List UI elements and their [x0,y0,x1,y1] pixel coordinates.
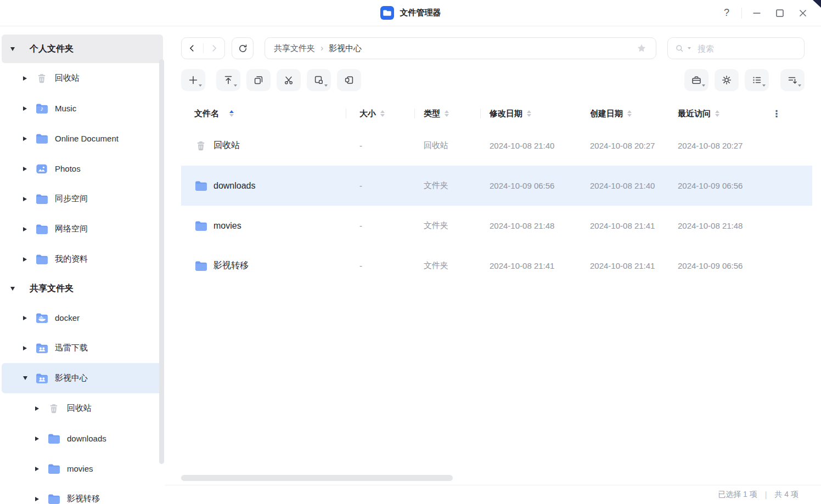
folder-icon [47,463,60,474]
caret-right-icon[interactable] [23,106,27,111]
section-label: 共享文件夹 [30,283,74,295]
maximize-button[interactable] [768,0,791,26]
view-mode-button[interactable] [745,69,769,91]
column-settings-button[interactable]: ⋮ [766,108,788,120]
settings-button[interactable] [715,69,739,91]
sidebar-subitem-video-transfer[interactable]: 影视转移 [0,484,165,504]
table-row-selected[interactable]: downloads - 文件夹 2024-10-09 06:56 2024-10… [181,166,812,206]
help-button[interactable]: ? [715,0,738,26]
sidebar-section-personal[interactable]: 个人文件夹 [2,35,163,63]
file-accessed: 2024-10-09 06:56 [678,181,766,190]
new-item-button[interactable] [181,69,205,91]
sidebar-subitem-movies[interactable]: movies [0,454,165,484]
search-box [667,37,805,59]
folder-docker-icon [35,313,48,324]
minimize-button[interactable] [745,0,768,26]
caret-down-icon[interactable] [10,287,15,291]
breadcrumb-current[interactable]: 影视中心 [329,43,362,54]
column-header-accessed[interactable]: 最近访问 [678,109,766,119]
cut-button[interactable] [277,69,301,91]
sidebar-item-thunder-download[interactable]: 迅雷下载 [0,333,165,363]
file-size: - [346,181,414,190]
compare-icon [344,75,355,86]
caret-right-icon[interactable] [35,406,39,411]
file-accessed: 2024-10-09 06:56 [678,261,766,270]
sidebar-item-label: Photos [55,164,81,173]
sidebar-item-online-document[interactable]: Online Document [0,123,165,154]
caret-right-icon[interactable] [23,227,27,231]
table-row[interactable]: 影视转移 - 文件夹 2024-10-08 21:41 2024-10-08 2… [181,246,812,286]
caret-right-icon[interactable] [23,257,27,262]
sidebar-item-label: 回收站 [55,73,80,83]
caret-right-icon[interactable] [23,346,27,350]
caret-right-icon[interactable] [23,137,27,141]
toolbox-icon [691,75,702,86]
search-scope-caret-icon[interactable] [688,47,691,49]
minimize-icon [751,8,762,19]
sidebar-item-video-center[interactable]: 影视中心 [2,363,163,393]
sidebar-item-music[interactable]: ♪ Music [0,93,165,123]
sidebar-subitem-downloads[interactable]: downloads [0,423,165,454]
sidebar-section-shared[interactable]: 共享文件夹 [2,274,163,303]
sort-button[interactable] [780,69,805,91]
tools-button[interactable] [684,69,708,91]
column-header-name[interactable]: 文件名 [181,109,346,119]
breadcrumb-root[interactable]: 共享文件夹 [274,43,315,54]
caret-down-icon[interactable] [23,376,27,380]
close-button[interactable] [791,0,814,26]
caret-right-icon[interactable] [35,437,39,441]
sidebar-item-my-files[interactable]: 我的资料 [0,244,165,274]
table-row[interactable]: 回收站 - 回收站 2024-10-08 21:40 2024-10-08 20… [181,126,812,166]
trash-icon [47,403,60,415]
column-header-modified[interactable]: 修改日期 [480,109,590,119]
file-type: 文件夹 [414,220,480,231]
horizontal-scrollbar[interactable] [181,475,453,481]
chevron-left-icon [187,43,197,53]
search-input[interactable] [698,44,797,53]
sidebar: 个人文件夹 回收站 ♪ Music Online Document Photos… [0,26,165,504]
caret-right-icon[interactable] [35,497,39,501]
sidebar-scrollbar[interactable] [159,59,164,464]
sort-icon [787,75,798,86]
main-panel: 共享文件夹 › 影视中心 [165,26,821,504]
sidebar-item-docker[interactable]: docker [0,303,165,333]
folder-icon [47,433,60,444]
sidebar-item-photos[interactable]: Photos [0,154,165,184]
file-modified: 2024-10-09 06:56 [480,181,590,190]
forward-button[interactable] [203,38,224,59]
sidebar-item-label: 影视中心 [55,373,88,383]
copy-button[interactable] [246,69,271,91]
caret-right-icon[interactable] [23,76,27,81]
file-type: 文件夹 [414,261,480,271]
folder-icon [35,133,48,144]
breadcrumb[interactable]: 共享文件夹 › 影视中心 [265,37,656,59]
sidebar-item-network-space[interactable]: 网络空间 [0,214,165,244]
column-header-type[interactable]: 类型 [414,109,480,119]
app-folder-icon [380,6,394,20]
history-nav-group [181,37,225,59]
upload-button[interactable] [216,69,240,91]
sidebar-item-recycle-bin[interactable]: 回收站 [0,63,165,93]
file-name: movies [213,221,241,231]
sidebar-item-sync-space[interactable]: 同步空间 [0,184,165,214]
back-button[interactable] [182,38,203,59]
paste-button[interactable] [307,69,331,91]
caret-down-icon[interactable] [10,47,15,51]
column-header-created[interactable]: 创建日期 [590,109,678,119]
caret-right-icon[interactable] [23,167,27,171]
folder-icon [194,180,207,191]
caret-right-icon[interactable] [35,467,39,471]
window-title: 文件管理器 [400,8,441,18]
favorite-star-icon[interactable] [636,43,647,54]
caret-right-icon[interactable] [23,316,27,320]
refresh-button[interactable] [232,37,254,59]
dropdown-caret-icon [702,84,705,87]
compare-button[interactable] [337,69,361,91]
dropdown-caret-icon [798,84,801,87]
sidebar-subitem-recycle-bin[interactable]: 回收站 [0,393,165,423]
column-header-size[interactable]: 大小 [346,109,414,119]
dropdown-caret-icon [199,84,202,87]
table-row[interactable]: movies - 文件夹 2024-10-08 21:48 2024-10-08… [181,206,812,246]
dropdown-caret-icon [234,84,237,87]
caret-right-icon[interactable] [23,197,27,201]
